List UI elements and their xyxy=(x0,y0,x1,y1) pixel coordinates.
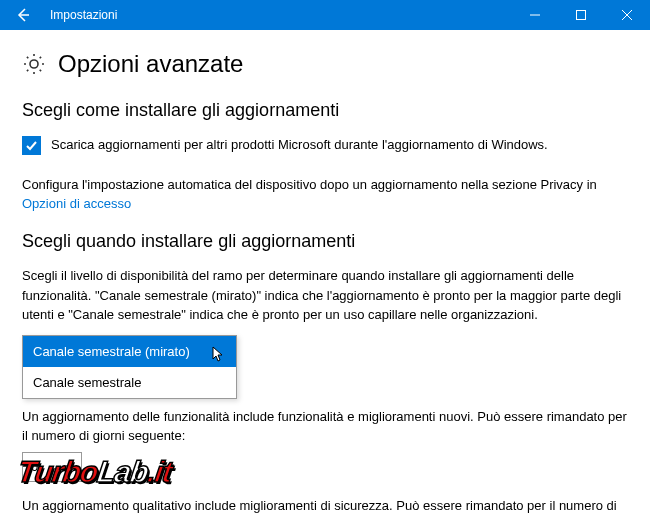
section1-heading: Scegli come installare gli aggiornamenti xyxy=(22,100,628,121)
checkbox-icon xyxy=(22,136,41,155)
page-header: Opzioni avanzate xyxy=(22,50,628,78)
minimize-icon xyxy=(530,10,540,20)
gear-icon xyxy=(22,52,46,76)
quality-defer-text: Un aggiornamento qualitativo include mig… xyxy=(22,496,628,514)
window-controls xyxy=(512,0,650,30)
check-icon xyxy=(25,139,38,152)
maximize-button[interactable] xyxy=(558,0,604,30)
arrow-left-icon xyxy=(15,7,31,23)
checkbox-label: Scarica aggiornamenti per altri prodotti… xyxy=(51,135,548,155)
checkbox-other-products[interactable]: Scarica aggiornamenti per altri prodotti… xyxy=(22,135,628,157)
close-button[interactable] xyxy=(604,0,650,30)
feature-defer-text: Un aggiornamento delle funzionalità incl… xyxy=(22,407,628,446)
dropdown-option-targeted[interactable]: Canale semestrale (mirato) xyxy=(23,336,236,367)
dropdown-option-semiannual[interactable]: Canale semestrale xyxy=(23,367,236,398)
branch-readiness-dropdown[interactable]: Canale semestrale (mirato) Canale semest… xyxy=(22,335,237,399)
section2: Scegli quando installare gli aggiornamen… xyxy=(22,231,628,513)
window-title: Impostazioni xyxy=(46,0,512,30)
minimize-button[interactable] xyxy=(512,0,558,30)
cursor-icon xyxy=(212,346,226,364)
close-icon xyxy=(622,10,632,20)
titlebar: Impostazioni xyxy=(0,0,650,30)
feature-defer-days-select[interactable]: 0 ⌄ xyxy=(22,452,82,482)
page-title: Opzioni avanzate xyxy=(58,50,243,78)
dropdown-option-label: Canale semestrale (mirato) xyxy=(33,344,190,359)
back-button[interactable] xyxy=(0,0,46,30)
chevron-down-icon: ⌄ xyxy=(65,461,73,472)
content: Opzioni avanzate Scegli come installare … xyxy=(0,30,650,513)
svg-rect-1 xyxy=(577,11,586,20)
section2-desc: Scegli il livello di disponibilità del r… xyxy=(22,266,628,325)
signin-options-link[interactable]: Opzioni di accesso xyxy=(22,196,131,211)
maximize-icon xyxy=(576,10,586,20)
feature-defer-value: 0 xyxy=(31,459,38,474)
config-text: Configura l'impostazione automatica del … xyxy=(22,175,628,195)
section2-heading: Scegli quando installare gli aggiornamen… xyxy=(22,231,628,252)
